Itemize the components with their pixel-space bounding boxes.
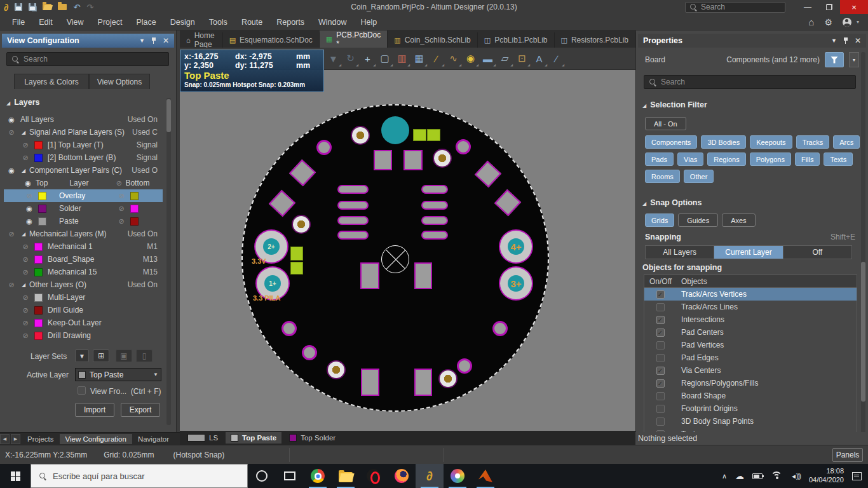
top-layer-swatch[interactable] (38, 217, 46, 226)
component-tool-icon[interactable]: ▦ (410, 50, 428, 67)
menu-view[interactable]: View (60, 15, 91, 29)
eye-hidden-icon[interactable]: ⊘ (20, 320, 31, 327)
save-all-icon[interactable] (29, 3, 36, 11)
filter-chip-fills[interactable]: Fills (795, 152, 820, 166)
bottom-layer-swatch[interactable] (130, 192, 139, 200)
layer-color-swatch[interactable] (34, 255, 43, 264)
snap-object-row-pad-vertices[interactable]: Pad Vertices (644, 339, 857, 351)
eye-visible-icon[interactable]: ◉ (24, 218, 34, 225)
eye-hidden-icon[interactable]: ⊘ (20, 256, 31, 263)
layer-row--1-top-layer-t-[interactable]: ⊘[1] Top Layer (T)Signal (4, 139, 163, 151)
crosshair-tool-icon[interactable]: + (359, 50, 376, 67)
collapse-icon[interactable]: ◢ (22, 130, 29, 135)
eye-hidden-icon[interactable]: ⊘ (24, 193, 34, 200)
board-layer-tab-top-solder[interactable]: Top Solder (284, 432, 341, 444)
panels-button[interactable]: Panels (832, 448, 863, 462)
layers-section-header[interactable]: ◢Layers (6, 98, 39, 107)
filter-chip-pads[interactable]: Pads (645, 152, 674, 166)
snap-object-row-footprint-origins[interactable]: Footprint Origins (644, 402, 857, 415)
menu-tools[interactable]: Tools (202, 15, 234, 29)
layer-color-swatch[interactable] (34, 154, 43, 162)
task-view-icon[interactable] (276, 464, 304, 488)
bar-pad[interactable] (337, 201, 369, 210)
snap-object-row-track-arcs-lines[interactable]: Track/Arcs Lines (644, 301, 857, 313)
dock-tab-view-configuration[interactable]: View Configuration (60, 434, 132, 444)
paste-pad-green[interactable] (290, 262, 303, 274)
right-panel-scrollbar[interactable] (861, 52, 865, 441)
layer-row-mechanical-1[interactable]: ⊘Mechanical 1M1 (4, 240, 163, 253)
open-folder-icon[interactable] (43, 4, 51, 10)
eye-hidden-icon[interactable]: ⊘ (6, 129, 17, 136)
round-pad[interactable] (302, 345, 317, 360)
select-region-tool-icon[interactable]: ▢ (376, 50, 393, 67)
tabs-scroll-left-icon[interactable]: ◀ (0, 434, 10, 444)
route-tool-icon[interactable]: ∕ (428, 50, 445, 67)
eye-visible-icon[interactable]: ◉ (23, 180, 33, 187)
filter-chip-arcs[interactable]: Arcs (833, 135, 860, 149)
altium-icon[interactable]: ∂ (416, 464, 444, 488)
eye-hidden-icon[interactable]: ⊘ (6, 231, 17, 238)
bar-pad[interactable] (337, 216, 369, 225)
connector-pad[interactable]: 3+ (500, 268, 532, 299)
layer-row-component-layer-pairs-c-[interactable]: ◉◢Component Layer Pairs (C)Used O (4, 164, 163, 177)
layer-row--2-bottom-layer-b-[interactable]: ⊘[2] Bottom Layer (B)Signal (4, 151, 163, 164)
layer-color-swatch[interactable] (34, 141, 43, 149)
rect-pad[interactable] (361, 369, 379, 396)
layer-sets-dropdown[interactable]: ▼ (75, 349, 89, 362)
collapse-icon[interactable]: ◢ (22, 282, 29, 288)
filter-dropdown-button[interactable]: ▼ (849, 52, 859, 67)
region-tool-icon[interactable]: ▱ (496, 50, 513, 67)
layer-color-swatch[interactable] (34, 306, 43, 315)
clock[interactable]: 18:08 04/04/2020 (809, 467, 844, 485)
menu-reports[interactable]: Reports (269, 15, 311, 29)
rect-pad[interactable] (414, 369, 432, 396)
home-icon[interactable]: ⌂ (808, 17, 814, 27)
undo-icon[interactable]: ↶ (73, 3, 80, 12)
snap-object-checkbox[interactable]: ✓ (656, 329, 665, 337)
volume-icon[interactable]: ◄))) (790, 473, 801, 480)
cortana-icon[interactable] (248, 464, 276, 488)
filter-button[interactable] (825, 52, 844, 67)
rect-pad[interactable] (414, 262, 432, 289)
snap-object-checkbox[interactable] (656, 341, 665, 349)
paint-icon[interactable] (444, 464, 471, 488)
tab-view-options[interactable]: View Options (89, 74, 150, 89)
layer-row-signal-and-plane-layers-s-[interactable]: ⊘◢Signal And Plane Layers (S)Used C (4, 126, 163, 139)
gold-via-pad[interactable] (434, 150, 451, 166)
save-layer-set-button[interactable]: ▣ (116, 349, 132, 362)
pin-icon[interactable] (151, 37, 157, 44)
eye-hidden-icon[interactable]: ⊘ (20, 142, 31, 149)
snap-object-row-pad-centers[interactable]: ✓Pad Centers (644, 326, 857, 339)
snap-object-checkbox[interactable] (656, 392, 665, 400)
connector-pad[interactable]: 1+3.3 PILA (257, 268, 288, 299)
snap-mode-current-layer[interactable]: Current Layer (714, 246, 783, 259)
layer-row-mechanical-layers-m-[interactable]: ⊘◢Mechanical Layers (M)Used On (4, 227, 163, 240)
collapse-icon[interactable]: ◢ (22, 231, 29, 237)
layer-row-paste[interactable]: ◉Paste⊘ (4, 215, 163, 227)
doc-tab-coin-schlib-schlib[interactable]: ▥Coin_Schlib.SchLib (388, 32, 477, 48)
rect-pad[interactable] (403, 150, 423, 170)
selection-filter-header[interactable]: ◢Selection Filter (642, 100, 707, 109)
doc-tab-resistors-pcblib[interactable]: ◫Resistors.PcbLib (555, 32, 635, 48)
left-panel-scrollbar[interactable] (166, 98, 171, 425)
filter-chip-texts[interactable]: Texts (824, 152, 853, 166)
eye-hidden-icon[interactable]: ⊘ (116, 205, 126, 212)
opera-icon[interactable] (360, 464, 388, 488)
start-button[interactable] (0, 464, 31, 488)
eye-hidden-icon[interactable]: ⊘ (20, 154, 31, 161)
round-pad[interactable] (281, 321, 297, 336)
filter-chip-components[interactable]: Components (645, 135, 697, 149)
open-project-icon[interactable] (58, 4, 67, 10)
import-button[interactable]: Import (75, 403, 114, 417)
gold-via-pad[interactable] (328, 362, 344, 378)
tray-chevron-icon[interactable]: ∧ (722, 472, 727, 480)
snap-chip-grids[interactable]: Grids (645, 214, 674, 227)
snap-object-row-board-shape[interactable]: Board Shape (644, 390, 857, 402)
filter-chip-tracks[interactable]: Tracks (796, 135, 830, 149)
bar-pad[interactable] (337, 231, 369, 240)
bar-pad[interactable] (421, 185, 448, 194)
eye-visible-icon[interactable]: ◉ (24, 205, 34, 212)
filter-tool-icon[interactable]: ▼ (325, 50, 342, 67)
pin-icon[interactable] (843, 37, 849, 44)
snap-object-row-track-arcs-vertices[interactable]: ✓Track/Arcs Vertices (644, 288, 857, 301)
